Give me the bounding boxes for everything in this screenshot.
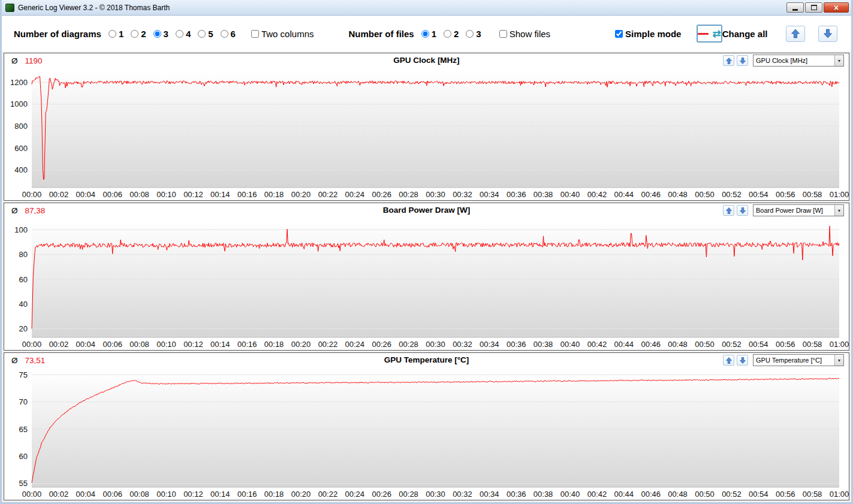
svg-text:00:46: 00:46	[641, 490, 661, 499]
chart-controls: GPU Temperature [°C] ▼	[723, 354, 844, 366]
svg-text:00:42: 00:42	[587, 490, 607, 499]
diagram-count-radio-5[interactable]	[198, 30, 206, 38]
svg-text:00:08: 00:08	[129, 190, 149, 199]
svg-text:00:50: 00:50	[695, 340, 715, 349]
svg-text:600: 600	[14, 144, 28, 153]
chevron-down-icon: ▼	[834, 205, 843, 216]
app-icon	[5, 4, 14, 12]
number-of-diagrams-label: Number of diagrams	[14, 29, 101, 39]
file-count-radio-1[interactable]	[421, 30, 429, 38]
file-count-option-1[interactable]: 1	[421, 29, 436, 39]
diagram-count-radio-3[interactable]	[153, 30, 161, 38]
svg-text:100: 100	[14, 225, 28, 234]
two-columns-label: Two columns	[261, 29, 314, 39]
diagram-count-radio-1[interactable]	[108, 30, 116, 38]
file-count-radio-2[interactable]	[444, 30, 451, 38]
line-style-refresh-button[interactable]: ⇄	[697, 25, 722, 43]
titlebar[interactable]: Generic Log Viewer 3.2 - © 2018 Thomas B…	[2, 0, 851, 16]
diagram-count-radio-6[interactable]	[221, 30, 228, 38]
show-files-checkbox[interactable]	[499, 30, 507, 38]
two-columns-checkbox[interactable]	[251, 30, 259, 38]
diagram-count-option-5[interactable]: 5	[198, 29, 213, 39]
number-of-diagrams-group: Number of diagrams 1 2 3 4 5 6	[14, 29, 243, 39]
file-count-option-2[interactable]: 2	[444, 29, 459, 39]
arrow-up-icon	[726, 357, 732, 364]
metric-dropdown[interactable]: GPU Clock [MHz] ▼	[753, 55, 844, 67]
metric-dropdown-value: Board Power Draw [W]	[753, 207, 834, 214]
svg-text:00:16: 00:16	[237, 190, 257, 199]
board-power-draw-chart[interactable]: 2040608010000:0000:0200:0400:0600:0800:1…	[4, 218, 849, 350]
svg-text:01:00: 01:00	[830, 490, 849, 499]
svg-text:01:00: 01:00	[830, 340, 849, 349]
svg-text:00:56: 00:56	[776, 490, 795, 499]
svg-text:00:02: 00:02	[49, 190, 69, 199]
simple-mode-checkbox[interactable]	[615, 30, 623, 38]
change-all-group: Change all	[722, 26, 837, 42]
move-chart-down-button[interactable]	[737, 355, 748, 366]
svg-text:00:34: 00:34	[480, 340, 499, 349]
close-icon: ×	[834, 4, 839, 12]
chart-panel-gpu-temperature: Ø 73,51 GPU Temperature [°C] GPU Tempera…	[4, 352, 849, 500]
two-columns-checkbox-item[interactable]: Two columns	[251, 29, 314, 39]
svg-text:00:18: 00:18	[264, 190, 284, 199]
move-chart-up-button[interactable]	[723, 205, 734, 216]
diagram-count-option-1[interactable]: 1	[108, 29, 123, 39]
diagram-count-option-2[interactable]: 2	[131, 29, 146, 39]
simple-mode-checkbox-item[interactable]: Simple mode	[615, 29, 681, 39]
svg-text:20: 20	[19, 324, 28, 333]
svg-text:00:48: 00:48	[668, 340, 688, 349]
diagram-count-options: 1 2 3 4 5 6	[108, 29, 243, 39]
chevron-down-icon: ▼	[834, 355, 843, 366]
diagram-count-option-6[interactable]: 6	[221, 29, 236, 39]
svg-text:00:08: 00:08	[129, 490, 149, 499]
chart-title: Board Power Draw [W]	[4, 206, 849, 215]
chart-header: Ø 87,38 Board Power Draw [W] Board Power…	[4, 203, 849, 218]
change-all-down-button[interactable]	[818, 26, 837, 42]
svg-text:00:44: 00:44	[614, 490, 634, 499]
svg-text:00:22: 00:22	[318, 340, 338, 349]
arrow-down-icon	[740, 357, 746, 364]
svg-text:00:54: 00:54	[749, 340, 768, 349]
arrow-up-icon	[726, 207, 732, 214]
arrow-down-icon	[740, 207, 746, 214]
close-button[interactable]: ×	[824, 2, 849, 13]
metric-dropdown[interactable]: GPU Temperature [°C] ▼	[753, 354, 844, 366]
maximize-button[interactable]	[805, 2, 822, 13]
metric-dropdown[interactable]: Board Power Draw [W] ▼	[753, 204, 844, 216]
diagram-count-option-4[interactable]: 4	[176, 29, 191, 39]
svg-text:00:46: 00:46	[641, 190, 661, 199]
window-title: Generic Log Viewer 3.2 - © 2018 Thomas B…	[18, 4, 170, 12]
red-line-icon	[698, 33, 709, 35]
svg-text:00:14: 00:14	[210, 340, 230, 349]
radio-label: 6	[231, 29, 236, 39]
minimize-button[interactable]	[786, 2, 804, 13]
move-chart-up-button[interactable]	[723, 55, 734, 66]
svg-text:00:28: 00:28	[399, 340, 418, 349]
chart-title: GPU Clock [MHz]	[4, 56, 849, 65]
svg-text:00:18: 00:18	[264, 490, 284, 499]
simple-mode-label: Simple mode	[625, 29, 681, 39]
svg-text:00:04: 00:04	[76, 340, 96, 349]
show-files-checkbox-item[interactable]: Show files	[499, 29, 550, 39]
svg-text:00:14: 00:14	[210, 490, 230, 499]
svg-text:00:22: 00:22	[318, 190, 338, 199]
svg-text:00:50: 00:50	[695, 190, 715, 199]
move-chart-down-button[interactable]	[737, 55, 748, 66]
file-count-radio-3[interactable]	[466, 30, 474, 38]
diagram-count-radio-4[interactable]	[176, 30, 183, 38]
change-all-up-button[interactable]	[786, 26, 805, 42]
diagram-count-option-3[interactable]: 3	[153, 29, 168, 39]
move-chart-up-button[interactable]	[723, 355, 734, 366]
gpu-temperature-chart[interactable]: 556065707500:0000:0200:0400:0600:0800:10…	[4, 367, 849, 500]
diagram-count-radio-2[interactable]	[131, 30, 138, 38]
svg-text:00:08: 00:08	[129, 340, 149, 349]
file-count-option-3[interactable]: 3	[466, 29, 481, 39]
radio-label: 1	[432, 29, 436, 39]
move-chart-down-button[interactable]	[737, 205, 748, 216]
chart-controls: Board Power Draw [W] ▼	[723, 204, 844, 216]
svg-text:00:38: 00:38	[533, 490, 553, 499]
svg-text:1000: 1000	[10, 99, 28, 108]
svg-text:00:12: 00:12	[183, 490, 203, 499]
svg-text:00:06: 00:06	[103, 340, 122, 349]
gpu-clock-chart[interactable]: 4006008001000120000:0000:0200:0400:0600:…	[4, 68, 849, 200]
